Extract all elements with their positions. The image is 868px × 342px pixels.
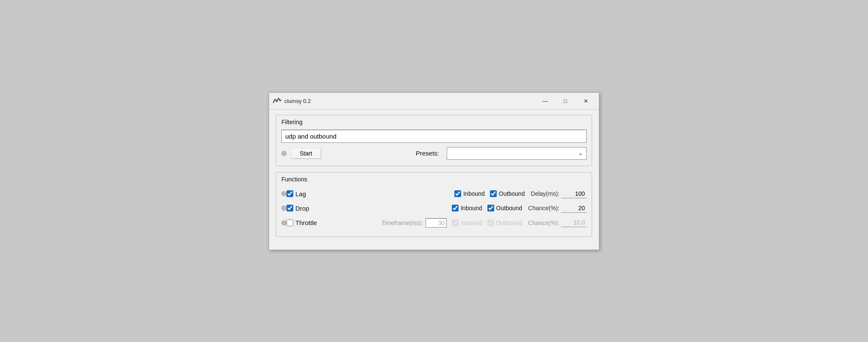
throttle-enable-checkbox[interactable] [287, 220, 293, 226]
drop-enable-label[interactable]: Drop [287, 205, 329, 212]
throttle-inbound-text: Inbound [461, 220, 482, 226]
lag-inbound-checkbox[interactable] [454, 190, 461, 197]
content-area: Filtering Start Presets: Functions [269, 110, 599, 250]
functions-group: Functions Lag Inbound Outbound Delay(ms)… [276, 172, 592, 237]
throttle-enable-label[interactable]: Throttle [287, 219, 329, 226]
filtering-title: Filtering [281, 119, 587, 125]
drop-row: Drop Inbound Outbound Chance(%): [281, 201, 587, 216]
throttle-timeframe-label: Timeframe(ms): [381, 220, 423, 226]
throttle-outbound-text: Outbound [496, 220, 523, 226]
drop-outbound-label[interactable]: Outbound [487, 205, 523, 211]
lag-param-label: Delay(ms): [531, 190, 559, 197]
start-indicator-dot [281, 151, 287, 156]
throttle-row: Throttle Timeframe(ms): Inbound Outbound… [281, 216, 587, 231]
lag-outbound-text: Outbound [499, 190, 525, 197]
drop-inbound-checkbox[interactable] [452, 205, 459, 211]
presets-label: Presets: [416, 150, 439, 157]
drop-outbound-text: Outbound [496, 205, 523, 211]
drop-inbound-label[interactable]: Inbound [452, 205, 482, 211]
window-title: clumsy 0.2 [284, 98, 535, 104]
throttle-chance-input[interactable] [561, 218, 587, 227]
functions-title: Functions [281, 176, 587, 183]
lag-inbound-label[interactable]: Inbound [454, 190, 485, 197]
throttle-outbound-label[interactable]: Outbound [487, 220, 523, 226]
throttle-param-label: Chance(%): [528, 220, 559, 226]
throttle-inbound-checkbox[interactable] [452, 220, 459, 226]
lag-name: Lag [295, 190, 306, 197]
throttle-timeframe-input[interactable] [426, 218, 447, 228]
drop-enable-checkbox[interactable] [287, 205, 293, 211]
lag-row: Lag Inbound Outbound Delay(ms): [281, 187, 587, 201]
lag-outbound-checkbox[interactable] [490, 190, 497, 197]
lag-enable-checkbox[interactable] [287, 190, 293, 197]
main-window: clumsy 0.2 — □ ✕ Filtering Start Presets… [269, 92, 599, 250]
filtering-group: Filtering Start Presets: [276, 115, 592, 166]
title-bar: clumsy 0.2 — □ ✕ [269, 93, 599, 110]
filter-input[interactable] [281, 130, 587, 143]
app-icon [273, 96, 282, 106]
filter-controls-row: Start Presets: [281, 147, 587, 160]
lag-delay-input[interactable] [561, 189, 587, 198]
drop-name: Drop [295, 205, 309, 212]
throttle-indicator-dot [281, 220, 287, 225]
throttle-name: Throttle [295, 219, 317, 226]
throttle-inbound-label[interactable]: Inbound [452, 220, 482, 226]
lag-enable-label[interactable]: Lag [287, 190, 329, 197]
lag-outbound-label[interactable]: Outbound [490, 190, 525, 197]
start-button[interactable]: Start [291, 148, 321, 159]
lag-inbound-text: Inbound [463, 190, 485, 197]
drop-indicator-dot [281, 206, 287, 211]
presets-wrapper [447, 147, 587, 160]
drop-outbound-checkbox[interactable] [487, 205, 494, 211]
drop-param-label: Chance(%): [528, 205, 559, 211]
throttle-outbound-checkbox[interactable] [487, 220, 494, 226]
close-button[interactable]: ✕ [576, 95, 595, 107]
lag-indicator-dot [281, 191, 287, 196]
window-controls: — □ ✕ [535, 95, 595, 107]
drop-chance-input[interactable] [561, 204, 587, 213]
minimize-button[interactable]: — [535, 95, 555, 107]
drop-inbound-text: Inbound [461, 205, 482, 211]
maximize-button[interactable]: □ [556, 95, 575, 107]
presets-select[interactable] [447, 147, 587, 160]
